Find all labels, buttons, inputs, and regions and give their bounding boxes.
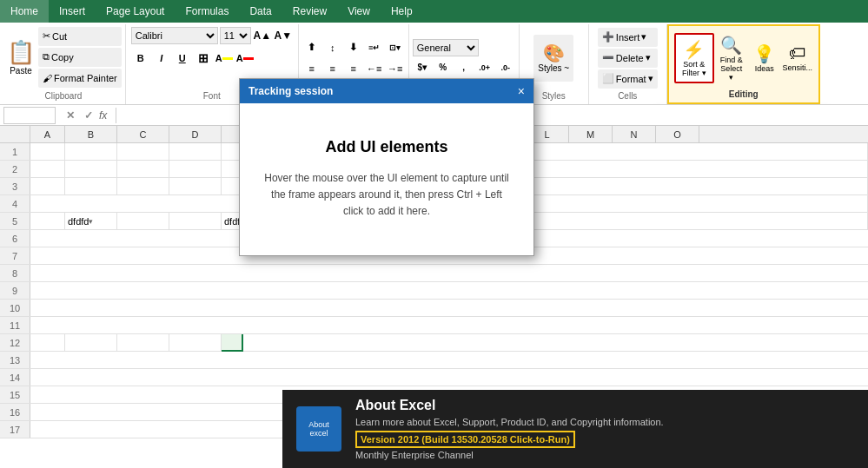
cell-b2[interactable] [65, 161, 117, 178]
align-right-button[interactable]: ≡ [344, 59, 363, 78]
percent-button[interactable]: % [434, 58, 453, 77]
copy-button[interactable]: ⧉ Copy [38, 48, 122, 67]
cell-row8[interactable] [30, 265, 868, 281]
cell-row9[interactable] [30, 282, 868, 299]
cell-c5[interactable] [117, 213, 169, 230]
col-header-n[interactable]: N [613, 126, 656, 142]
col-header-c[interactable]: C [117, 126, 169, 142]
cell-e12-selected[interactable] [222, 334, 243, 352]
underline-button[interactable]: U [173, 49, 192, 68]
tab-review[interactable]: Review [282, 0, 337, 23]
cell-c12[interactable] [117, 334, 169, 352]
name-box[interactable] [3, 107, 56, 124]
align-center-button[interactable]: ≡ [323, 59, 342, 78]
cell-a5[interactable] [30, 213, 65, 230]
cells-label: Cells [618, 89, 637, 102]
cell-d5[interactable] [169, 213, 222, 230]
accounting-button[interactable]: $▾ [413, 58, 432, 77]
tab-home[interactable]: Home [0, 0, 49, 23]
cell-a3[interactable] [30, 178, 65, 195]
decrease-decimal-button[interactable]: .0- [496, 58, 515, 77]
styles-button[interactable]: 🎨 Styles ~ [533, 35, 573, 82]
border-button[interactable]: ⊞ [194, 49, 213, 68]
decrease-font-button[interactable]: A▼ [274, 26, 293, 45]
cell-d1[interactable] [169, 143, 222, 161]
cell-b3[interactable] [65, 178, 117, 195]
cell-d12[interactable] [169, 334, 222, 352]
row-num: 17 [0, 421, 30, 438]
cells-controls: ➕ Insert ▾ ➖ Delete ▾ ⬜ Format ▾ [598, 26, 658, 89]
increase-decimal-button[interactable]: .0+ [475, 58, 494, 77]
cell-b1[interactable] [65, 143, 117, 161]
cell-c1[interactable] [117, 143, 169, 161]
align-bottom-button[interactable]: ⬇ [344, 38, 363, 57]
cell-row11[interactable] [30, 317, 868, 333]
group-cells: ➕ Insert ▾ ➖ Delete ▾ ⬜ Format ▾ Cells [589, 24, 667, 104]
cell-a1[interactable] [30, 143, 65, 161]
cut-button[interactable]: ✂ Cut [38, 27, 122, 46]
cell-rest-12[interactable] [243, 334, 868, 351]
tab-help[interactable]: Help [381, 0, 423, 23]
row-num: 15 [0, 386, 30, 403]
cell-b12[interactable] [65, 334, 117, 352]
col-header-o[interactable]: O [656, 126, 699, 142]
group-clipboard-content: 📋 Paste ✂ Cut ⧉ Copy 🖌 [5, 26, 122, 88]
table-row: 10 [0, 300, 868, 317]
delete-button[interactable]: ➖ Delete ▾ [598, 49, 658, 68]
insert-button[interactable]: ➕ Insert ▾ [598, 28, 658, 47]
row-num: 6 [0, 230, 30, 247]
cell-d2[interactable] [169, 161, 222, 178]
cell-a2[interactable] [30, 161, 65, 178]
cell-row10[interactable] [30, 300, 868, 316]
tab-formulas[interactable]: Formulas [175, 0, 239, 23]
sensitivity-button[interactable]: 🏷 Sensiti... [782, 35, 813, 82]
cell-c2[interactable] [117, 161, 169, 178]
dialog-body: Add UI elements Hover the mouse over the… [240, 103, 533, 255]
merge-center-button[interactable]: ⊡▾ [386, 38, 405, 57]
tab-insert[interactable]: Insert [49, 0, 96, 23]
increase-indent-button[interactable]: →≡ [386, 59, 405, 78]
number-format-select[interactable]: General [413, 39, 479, 56]
confirm-formula-button[interactable]: ✓ [81, 108, 96, 123]
fill-color-button[interactable]: A [215, 49, 234, 68]
font-size-select[interactable]: 11 [220, 27, 251, 44]
align-top-button[interactable]: ⬆ [302, 38, 321, 57]
tab-view[interactable]: View [337, 0, 381, 23]
col-header-d[interactable]: D [169, 126, 222, 142]
styles-icon: 🎨 [543, 43, 565, 63]
align-middle-button[interactable]: ↕ [323, 38, 342, 57]
cell-c3[interactable] [117, 178, 169, 195]
align-left-button[interactable]: ≡ [302, 59, 321, 78]
find-select-button[interactable]: 🔍 Find & Select ▾ [716, 35, 747, 82]
col-header-m[interactable]: M [569, 126, 613, 142]
cell-row13[interactable] [30, 352, 868, 368]
italic-button[interactable]: I [152, 49, 171, 68]
increase-font-button[interactable]: A▲ [253, 26, 272, 45]
col-header-b[interactable]: B [65, 126, 117, 142]
comma-button[interactable]: , [454, 58, 474, 77]
wrap-text-button[interactable]: ≡↵ [365, 38, 384, 57]
cell-d3[interactable] [169, 178, 222, 195]
dialog-header: Tracking session × [240, 79, 533, 103]
font-name-select[interactable]: Calibri [131, 27, 218, 44]
format-button[interactable]: ⬜ Format ▾ [598, 69, 658, 89]
font-color-button[interactable]: A [235, 49, 255, 68]
group-editing: ⚡ Sort & Filter ▾ 🔍 Find & Select ▾ 💡 Id… [667, 24, 820, 104]
about-version: Version 2012 (Build 13530.20528 Click-to… [361, 434, 570, 445]
format-painter-button[interactable]: 🖌 Format Painter [38, 69, 122, 88]
bold-button[interactable]: B [131, 49, 150, 68]
paste-button[interactable]: 📋 Paste [5, 34, 36, 81]
dialog-close-button[interactable]: × [518, 84, 525, 98]
cancel-formula-button[interactable]: ✕ [63, 108, 78, 123]
about-excel-icon: About excel [296, 406, 341, 452]
tab-page-layout[interactable]: Page Layout [96, 0, 175, 23]
dialog-title: Tracking session [248, 85, 333, 97]
decrease-indent-button[interactable]: ←≡ [365, 59, 384, 78]
sort-filter-button[interactable]: ⚡ Sort & Filter ▾ [678, 36, 711, 80]
cell-row14[interactable] [30, 369, 868, 386]
cell-a12[interactable] [30, 334, 65, 352]
col-header-a[interactable]: A [30, 126, 65, 142]
cell-b5[interactable]: dfdfd ▾ [65, 213, 117, 230]
tab-data[interactable]: Data [239, 0, 282, 23]
ideas-button[interactable]: 💡 Ideas [749, 35, 780, 82]
